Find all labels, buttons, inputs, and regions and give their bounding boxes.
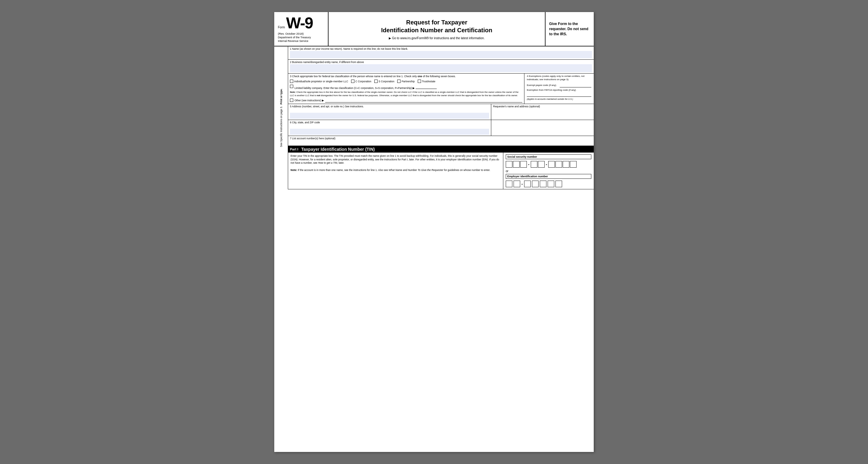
field7-label: 7 List account number(s) here (optional): [290, 137, 592, 140]
row6-right: [491, 120, 594, 136]
print-or-type-label: Print or type.: [280, 89, 283, 104]
ein-boxes: -: [506, 181, 591, 187]
field5-label: 5 Address (number, street, and apt. or s…: [290, 105, 489, 108]
ein-box-7[interactable]: [555, 181, 562, 187]
llc-label: Limited liability company. Enter the tax…: [294, 85, 522, 90]
ssn-segment-1: [506, 161, 527, 167]
ssn-box-1-3[interactable]: [520, 161, 527, 167]
ssn-box-3-2[interactable]: [555, 161, 562, 167]
row6-left: 6 City, state, and ZIP code: [288, 120, 491, 136]
ssn-box-3-1[interactable]: [548, 161, 555, 167]
form-header-center: Request for Taxpayer Identification Numb…: [329, 12, 546, 46]
ein-box-5[interactable]: [540, 181, 547, 187]
part-i-note: Note: If the account is in more than one…: [290, 168, 501, 172]
field2-input[interactable]: [290, 64, 592, 72]
row3-header: 3 Check appropriate box for federal tax …: [290, 75, 522, 78]
checkbox-s-corp: S Corporation: [374, 80, 394, 83]
checkbox-individual: Individual/sole proprietor or single-mem…: [290, 80, 348, 83]
ssn-segment-3: [548, 161, 577, 167]
part-i-header: Part I Taxpayer Identification Number (T…: [288, 146, 594, 153]
ein-box-6[interactable]: [548, 181, 554, 187]
part-i-container: Enter your TIN in the appropriate box. T…: [288, 153, 594, 189]
ssn-box-1-1[interactable]: [506, 161, 513, 167]
ssn-box-1-2[interactable]: [513, 161, 520, 167]
ssn-label: Social security number: [506, 154, 591, 159]
field6-label: 6 City, state, and ZIP code: [290, 121, 489, 124]
checkbox-trust: Trust/estate: [418, 80, 435, 83]
exempt-payee-row: Exempt payee code (if any): [527, 83, 591, 87]
form-label: Form: [278, 26, 285, 29]
checkbox-c-corp: C Corporation: [351, 80, 371, 83]
field5-input[interactable]: [290, 113, 489, 119]
ein-box-2[interactable]: [514, 181, 520, 187]
ssn-boxes: - -: [506, 161, 591, 167]
part-i-instructions: Enter your TIN in the appropriate box. T…: [290, 154, 501, 165]
other-row: Other (see instructions) ▶: [290, 98, 522, 102]
part-i-label: Part I: [290, 148, 299, 151]
ssn-box-3-3[interactable]: [563, 161, 569, 167]
checkbox-partnership-box[interactable]: [397, 80, 401, 83]
ssn-segment-2: [531, 161, 545, 167]
vertical-label-area: Print or type. See Specific Instructions…: [274, 47, 288, 189]
llc-row: Limited liability company. Enter the tax…: [290, 85, 522, 90]
ein-box-4[interactable]: [532, 181, 538, 187]
field2-label: 2 Business name/disregarded entity name,…: [288, 60, 594, 64]
row5-container: 5 Address (number, street, and apt. or s…: [288, 104, 594, 120]
ssn-box-2-1[interactable]: [531, 161, 537, 167]
form-header: Form W-9 (Rev. October 2018) Department …: [274, 12, 594, 47]
row3-right: 4 Exemptions (codes apply only to certai…: [524, 73, 594, 103]
form-header-left: Form W-9 (Rev. October 2018) Department …: [274, 12, 329, 46]
form-title: Request for Taxpayer Identification Numb…: [381, 19, 493, 34]
row2: 2 Business name/disregarded entity name,…: [288, 60, 594, 73]
part-i-left: Enter your TIN in the appropriate box. T…: [288, 153, 503, 189]
form-w9: Form W-9 (Rev. October 2018) Department …: [274, 12, 594, 452]
row6-container: 6 City, state, and ZIP code: [288, 120, 594, 136]
row5-right: Requester's name and address (optional): [491, 104, 594, 120]
checkbox-s-corp-box[interactable]: [374, 80, 378, 83]
form-dept: Department of the Treasury Internal Reve…: [278, 36, 324, 43]
field6-input[interactable]: [290, 129, 489, 135]
checkbox-partnership: Partnership: [397, 80, 414, 83]
checkbox-llc-box[interactable]: [290, 85, 293, 88]
requester-label: Requester's name and address (optional): [493, 105, 592, 108]
form-subtitle: ▶ Go to www.irs.gov/FormW9 for instructi…: [389, 36, 485, 40]
ein-box-1[interactable]: [506, 181, 513, 187]
field1-label: 1 Name (as shown on your income tax retu…: [288, 47, 594, 51]
vertical-text: Print or type. See Specific Instructions…: [274, 47, 288, 189]
checkbox-c-corp-box[interactable]: [351, 80, 354, 83]
exemptions-label: 4 Exemptions (codes apply only to certai…: [527, 75, 591, 82]
row3-left: 3 Check appropriate box for federal tax …: [288, 73, 524, 103]
llc-input[interactable]: [415, 85, 437, 89]
row5-left: 5 Address (number, street, and apt. or s…: [288, 104, 491, 120]
or-text: or: [506, 169, 591, 173]
other-input[interactable]: [325, 98, 522, 102]
form-body: Print or type. See Specific Instructions…: [274, 47, 594, 189]
form-header-right: Give Form to the requester. Do not send …: [546, 12, 594, 46]
note-text: Note: Check the appropriate box in the l…: [290, 91, 522, 97]
ssn-box-3-4[interactable]: [570, 161, 577, 167]
fatca-input[interactable]: [527, 93, 591, 97]
part-i-right: Social security number - -: [503, 153, 594, 189]
checkbox-trust-box[interactable]: [418, 80, 421, 83]
exempt-payee-input[interactable]: [560, 83, 591, 87]
ein-box-3[interactable]: [524, 181, 531, 187]
see-specific-label: See Specific Instructions on page 3.: [280, 106, 283, 147]
ssn-dash-1: -: [528, 162, 530, 167]
form-rev: (Rev. October 2018): [278, 32, 324, 35]
ssn-dash-2: -: [546, 162, 547, 167]
row3-container: 3 Check appropriate box for federal tax …: [288, 73, 594, 104]
form-number: W-9: [286, 15, 313, 31]
fatca-row: Exemption from FATCA reporting code (if …: [527, 89, 591, 97]
row7-container: 7 List account number(s) here (optional): [288, 136, 594, 146]
field1-input[interactable]: [290, 51, 592, 58]
checkboxes-row: Individual/sole proprietor or single-mem…: [290, 80, 522, 83]
ein-label: Employer identification number: [506, 174, 591, 179]
part-i-title: Taxpayer Identification Number (TIN): [301, 147, 375, 152]
ssn-box-2-2[interactable]: [538, 161, 545, 167]
main-content: 1 Name (as shown on your income tax retu…: [288, 47, 594, 189]
checkbox-individual-box[interactable]: [290, 80, 293, 83]
checkbox-other-box[interactable]: [290, 99, 293, 102]
applies-note: (Applies to accounts maintained outside …: [527, 98, 591, 100]
ein-dash: -: [521, 182, 523, 186]
row1: 1 Name (as shown on your income tax retu…: [288, 47, 594, 60]
